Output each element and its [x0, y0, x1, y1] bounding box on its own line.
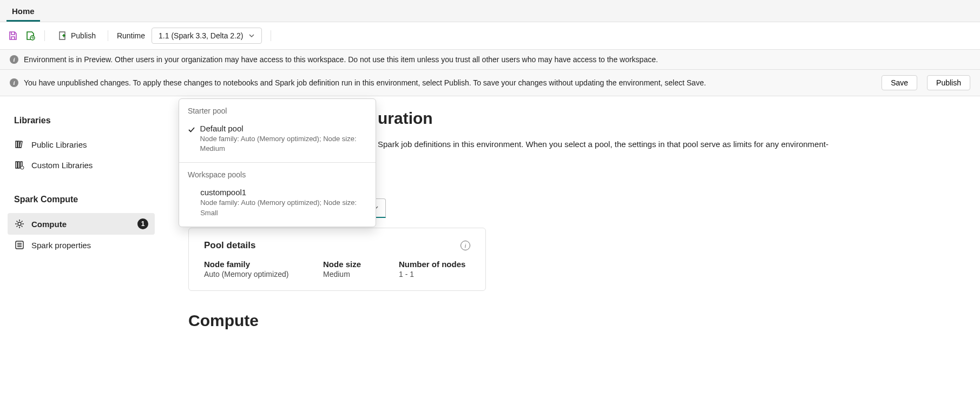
discard-icon[interactable]	[25, 30, 36, 41]
publish-label: Publish	[71, 31, 96, 40]
compute-badge: 1	[137, 218, 148, 229]
svg-point-2	[18, 222, 21, 225]
flyout-group-starter: Starter pool	[179, 99, 376, 121]
list-icon	[14, 240, 25, 250]
toolbar: Publish Runtime 1.1 (Spark 3.3, Delta 2.…	[0, 22, 980, 50]
flyout-item-custompool1[interactable]: custompool1 Node family: Auto (Memory op…	[179, 184, 376, 226]
svg-point-0	[30, 36, 35, 40]
publish-button[interactable]: Publish	[54, 28, 99, 43]
sidebar-section-libraries: Libraries	[8, 111, 155, 130]
sidebar-item-label: Spark properties	[31, 241, 91, 250]
check-icon	[188, 124, 196, 154]
sidebar: Libraries Public Libraries Custom Librar…	[0, 96, 162, 398]
banner-save-button[interactable]: Save	[882, 75, 917, 90]
toolbar-separator	[44, 30, 45, 41]
num-nodes-label: Number of nodes	[399, 260, 465, 269]
node-family-label: Node family	[204, 260, 307, 269]
toolbar-separator	[108, 30, 108, 41]
check-placeholder	[188, 188, 196, 217]
preview-banner-text: Environment is in Preview. Other users i…	[24, 55, 970, 64]
unpublished-banner: i You have unpublished changes. To apply…	[0, 70, 980, 96]
main-content: Starter pool Default pool Node family: A…	[162, 96, 980, 398]
toolbar-separator	[271, 30, 271, 41]
publish-icon	[57, 30, 68, 41]
sidebar-item-custom-libraries[interactable]: Custom Libraries	[8, 155, 155, 175]
unpublished-banner-text: You have unpublished changes. To apply t…	[24, 78, 872, 87]
flyout-group-workspace: Workspace pools	[179, 163, 376, 184]
flyout-item-subtitle: Node family: Auto (Memory optimized); No…	[200, 134, 367, 154]
pool-details-card: Pool details i Node family Auto (Memory …	[188, 228, 486, 291]
num-nodes-value: 1 - 1	[399, 270, 465, 278]
gear-icon	[14, 219, 25, 229]
pool-details-title: Pool details	[204, 240, 255, 251]
custom-books-icon	[14, 160, 25, 170]
node-size-value: Medium	[323, 270, 383, 278]
flyout-item-default-pool[interactable]: Default pool Node family: Auto (Memory o…	[179, 121, 376, 162]
svg-point-1	[21, 166, 24, 169]
flyout-item-title: custompool1	[200, 188, 367, 197]
tab-home[interactable]: Home	[6, 3, 40, 22]
runtime-label: Runtime	[117, 31, 145, 40]
preview-banner: i Environment is in Preview. Other users…	[0, 50, 980, 70]
sidebar-item-public-libraries[interactable]: Public Libraries	[8, 134, 155, 155]
save-icon[interactable]	[8, 30, 18, 41]
sidebar-item-label: Compute	[31, 220, 67, 229]
banner-publish-button[interactable]: Publish	[927, 75, 970, 90]
node-size-label: Node size	[323, 260, 383, 269]
sidebar-item-spark-properties[interactable]: Spark properties	[8, 235, 155, 255]
flyout-item-subtitle: Node family: Auto (Memory optimized); No…	[200, 198, 367, 217]
sidebar-item-compute[interactable]: Compute 1	[8, 213, 155, 235]
sidebar-item-label: Custom Libraries	[31, 161, 93, 170]
info-icon[interactable]: i	[461, 241, 470, 250]
info-icon: i	[10, 78, 18, 87]
compute-section-heading: Compute	[188, 311, 954, 330]
sidebar-section-spark-compute: Spark Compute	[8, 190, 155, 209]
sidebar-item-label: Public Libraries	[31, 140, 87, 149]
top-tab-bar: Home	[0, 0, 980, 22]
runtime-select[interactable]: 1.1 (Spark 3.3, Delta 2.2)	[152, 28, 262, 44]
books-icon	[14, 140, 25, 149]
node-family-value: Auto (Memory optimized)	[204, 270, 307, 278]
info-icon: i	[10, 55, 18, 64]
pool-dropdown-list: Starter pool Default pool Node family: A…	[179, 98, 376, 227]
page-heading-fragment: uration	[378, 109, 954, 128]
runtime-value: 1.1 (Spark 3.3, Delta 2.2)	[159, 31, 243, 40]
chevron-down-icon	[248, 32, 255, 39]
flyout-item-title: Default pool	[200, 124, 367, 133]
page-desc-fragment: Spark job definitions in this environmen…	[378, 138, 954, 151]
